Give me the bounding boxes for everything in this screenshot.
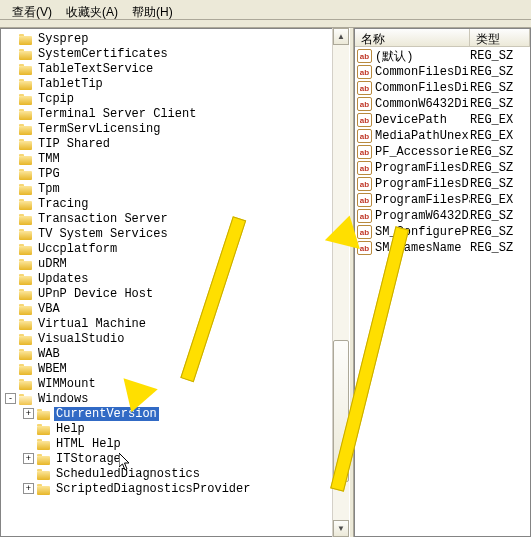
tree-item[interactable]: TV System Services (5, 226, 332, 241)
list-row[interactable]: abSM_ConfigureP...REG_SZ (355, 224, 530, 240)
tree-item[interactable]: -Windows (5, 391, 332, 406)
tree-item[interactable]: uDRM (5, 256, 332, 271)
list-row[interactable]: abCommonFilesDirREG_SZ (355, 64, 530, 80)
list-row[interactable]: abCommonW6432DirREG_SZ (355, 96, 530, 112)
tree-item[interactable]: Updates (5, 271, 332, 286)
menu-favorites[interactable]: 收藏夹(A) (60, 2, 124, 17)
tree-item[interactable]: VisualStudio (5, 331, 332, 346)
tree-item[interactable]: HTML Help (5, 436, 332, 451)
value-name: ProgramFilesD... (375, 177, 470, 191)
no-expander (5, 183, 16, 194)
tree-item[interactable]: Uccplatform (5, 241, 332, 256)
value-type: REG_EX (470, 113, 513, 127)
no-expander (23, 423, 34, 434)
tree-item[interactable]: +ScriptedDiagnosticsProvider (5, 481, 332, 496)
folder-icon (19, 63, 33, 75)
tree-item[interactable]: Tracing (5, 196, 332, 211)
tree-item[interactable]: Tcpip (5, 91, 332, 106)
list-row[interactable]: abSM_GamesNameREG_SZ (355, 240, 530, 256)
value-type: REG_SZ (470, 145, 513, 159)
list-row[interactable]: abCommonFilesDi...REG_SZ (355, 80, 530, 96)
toolbar (0, 20, 531, 28)
list-row[interactable]: abDevicePathREG_EX (355, 112, 530, 128)
menu-view[interactable]: 查看(V) (6, 2, 58, 17)
expand-icon[interactable]: + (23, 453, 34, 464)
expand-icon[interactable]: + (23, 483, 34, 494)
tree-item[interactable]: TPG (5, 166, 332, 181)
registry-tree[interactable]: SysprepSystemCertificatesTableTextServic… (1, 29, 332, 498)
value-type: REG_SZ (470, 161, 513, 175)
string-value-icon: ab (357, 81, 372, 95)
tree-item[interactable]: UPnP Device Host (5, 286, 332, 301)
tree-item[interactable]: TIP Shared (5, 136, 332, 151)
tree-item[interactable]: TermServLicensing (5, 121, 332, 136)
tree-item[interactable]: TableTextService (5, 61, 332, 76)
expand-icon[interactable]: + (23, 408, 34, 419)
string-value-icon: ab (357, 193, 372, 207)
folder-icon (19, 228, 33, 240)
value-name: CommonFilesDir (375, 65, 470, 79)
no-expander (5, 123, 16, 134)
tree-item-label: TIP Shared (36, 137, 112, 151)
value-name: MediaPathUnex... (375, 129, 470, 143)
value-type: REG_SZ (470, 225, 513, 239)
list-row[interactable]: abProgramFilesD...REG_SZ (355, 176, 530, 192)
tree-item[interactable]: Virtual Machine (5, 316, 332, 331)
tree-item-label: UPnP Device Host (36, 287, 155, 301)
tree-item[interactable]: WIMMount (5, 376, 332, 391)
string-value-icon: ab (357, 241, 372, 255)
tree-item[interactable]: Help (5, 421, 332, 436)
list-row[interactable]: abProgramFilesDirREG_SZ (355, 160, 530, 176)
menu-help[interactable]: 帮助(H) (126, 2, 179, 17)
tree-item[interactable]: VBA (5, 301, 332, 316)
tree-item-label: HTML Help (54, 437, 123, 451)
folder-icon (19, 348, 33, 360)
column-name[interactable]: 名称 (355, 29, 470, 46)
collapse-icon[interactable]: - (5, 393, 16, 404)
scroll-thumb[interactable] (333, 340, 349, 483)
scroll-up-button[interactable]: ▲ (333, 28, 349, 45)
tree-item[interactable]: Sysprep (5, 31, 332, 46)
folder-icon (19, 393, 33, 405)
value-type: REG_SZ (470, 209, 513, 223)
list-row[interactable]: abProgramFilesPathREG_EX (355, 192, 530, 208)
tree-item[interactable]: SystemCertificates (5, 46, 332, 61)
tree-item[interactable]: ScheduledDiagnostics (5, 466, 332, 481)
tree-scrollbar[interactable]: ▲ ▼ (332, 28, 349, 537)
no-expander (5, 108, 16, 119)
scroll-track[interactable] (333, 45, 349, 520)
string-value-icon: ab (357, 49, 372, 63)
list-row[interactable]: abMediaPathUnex...REG_EX (355, 128, 530, 144)
value-name: ProgramFilesPath (375, 193, 470, 207)
string-value-icon: ab (357, 97, 372, 111)
column-type[interactable]: 类型 (470, 29, 530, 46)
no-expander (23, 468, 34, 479)
tree-item[interactable]: Transaction Server (5, 211, 332, 226)
tree-item-label: WBEM (36, 362, 69, 376)
folder-icon (19, 318, 33, 330)
tree-item-label: Updates (36, 272, 90, 286)
tree-item-label: Uccplatform (36, 242, 119, 256)
tree-item[interactable]: TMM (5, 151, 332, 166)
no-expander (5, 93, 16, 104)
tree-item[interactable]: Terminal Server Client (5, 106, 332, 121)
tree-item[interactable]: +ITStorage (5, 451, 332, 466)
folder-icon (37, 408, 51, 420)
tree-item[interactable]: +CurrentVersion (5, 406, 332, 421)
no-expander (5, 228, 16, 239)
tree-item-label: TV System Services (36, 227, 170, 241)
list-row[interactable]: abProgramW6432DirREG_SZ (355, 208, 530, 224)
value-list[interactable]: ab(默认)REG_SZabCommonFilesDirREG_SZabComm… (355, 47, 530, 257)
folder-icon (19, 213, 33, 225)
string-value-icon: ab (357, 145, 372, 159)
scroll-down-button[interactable]: ▼ (333, 520, 349, 537)
list-row[interactable]: ab(默认)REG_SZ (355, 48, 530, 64)
list-row[interactable]: abPF_Accessorie...REG_SZ (355, 144, 530, 160)
value-name: SM_ConfigureP... (375, 225, 470, 239)
folder-icon (37, 468, 51, 480)
tree-item[interactable]: TabletTip (5, 76, 332, 91)
tree-item[interactable]: Tpm (5, 181, 332, 196)
folder-icon (19, 198, 33, 210)
tree-item[interactable]: WAB (5, 346, 332, 361)
tree-item[interactable]: WBEM (5, 361, 332, 376)
